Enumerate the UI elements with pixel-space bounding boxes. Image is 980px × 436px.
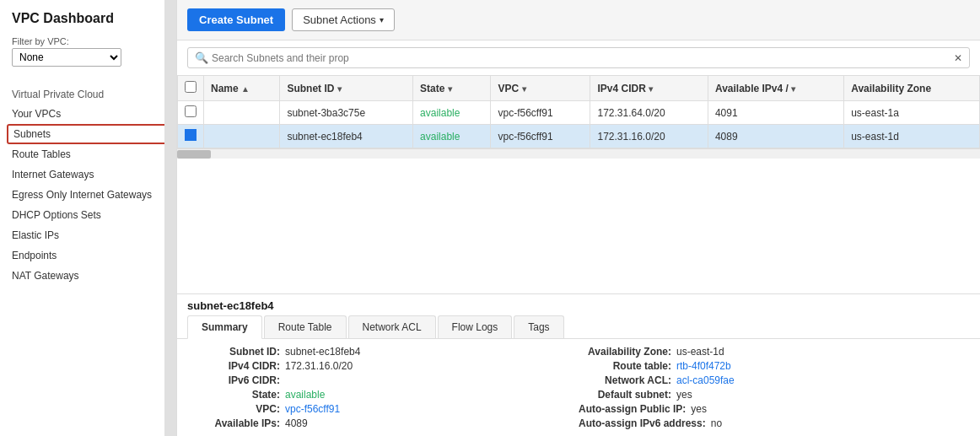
sidebar-item-your-vpcs[interactable]: Your VPCs <box>0 104 176 124</box>
detail-ipv6-cidr-row: IPv6 CIDR: <box>187 374 579 386</box>
detail-left-col: Subnet ID: subnet-ec18feb4 IPv4 CIDR: 17… <box>187 346 579 429</box>
sidebar-item-nat-gateways[interactable]: NAT Gateways <box>0 266 176 286</box>
col-name[interactable]: Name ▲ <box>204 76 280 101</box>
detail-auto-assign-ipv6-row: Auto-assign IPv6 address: no <box>579 417 970 429</box>
row1-state: available <box>413 101 491 125</box>
az-label: Availability Zone: <box>579 346 671 358</box>
detail-ipv4-cidr-row: IPv4 CIDR: 172.31.16.0/20 <box>187 360 579 372</box>
state-value: available <box>285 389 325 401</box>
network-acl-label: Network ACL: <box>579 374 671 386</box>
detail-summary-body: Subnet ID: subnet-ec18feb4 IPv4 CIDR: 17… <box>177 339 980 436</box>
ipv4-cidr-value: 172.31.16.0/20 <box>285 360 353 372</box>
row1-vpc: vpc-f56cff91 <box>491 101 590 125</box>
vpc-label: VPC: <box>187 403 280 415</box>
row2-vpc: vpc-f56cff91 <box>491 125 590 148</box>
select-all-header[interactable] <box>178 76 204 101</box>
sidebar-item-elastic-ips[interactable]: Elastic IPs <box>0 225 176 245</box>
subnet-actions-button[interactable]: Subnet Actions ▾ <box>292 8 395 31</box>
tab-network-acl[interactable]: Network ACL <box>348 315 436 338</box>
auto-assign-ipv6-label: Auto-assign IPv6 address: <box>579 417 706 429</box>
sidebar-item-endpoints[interactable]: Endpoints <box>0 245 176 266</box>
az-value: us-east-1d <box>676 346 724 358</box>
tab-route-table[interactable]: Route Table <box>264 315 347 338</box>
state-label: State: <box>187 389 280 401</box>
sidebar: VPC Dashboard Filter by VPC: None Virtua… <box>0 0 177 436</box>
col-subnet-id[interactable]: Subnet ID ▾ <box>280 76 413 101</box>
sidebar-item-dhcp[interactable]: DHCP Options Sets <box>0 205 176 225</box>
col-available-ipv4[interactable]: Available IPv4 / ▾ <box>708 76 843 101</box>
tab-flow-logs[interactable]: Flow Logs <box>438 315 513 338</box>
col-state[interactable]: State ▾ <box>413 76 491 101</box>
default-subnet-value: yes <box>676 389 692 401</box>
row1-checkbox[interactable] <box>185 105 197 117</box>
detail-vpc-row: VPC: vpc-f56cff91 <box>187 403 579 415</box>
ipv6-cidr-label: IPv6 CIDR: <box>187 374 280 386</box>
ipv4-cidr-sort-icon: ▾ <box>649 84 653 94</box>
scrollbar-thumb[interactable] <box>177 150 211 159</box>
subnet-table-wrapper: Name ▲ Subnet ID ▾ State ▾ VPC ▾ IPv4 CI… <box>177 75 980 293</box>
row1-checkbox-cell[interactable] <box>178 101 204 125</box>
tab-summary[interactable]: Summary <box>187 315 262 339</box>
available-ips-label: Available IPs: <box>187 417 280 429</box>
row2-checkbox-selected[interactable] <box>185 129 197 141</box>
filter-label: Filter by VPC: <box>12 36 164 46</box>
sidebar-item-egress-only[interactable]: Egress Only Internet Gateways <box>0 185 176 205</box>
create-subnet-button[interactable]: Create Subnet <box>187 8 285 31</box>
main-content: Create Subnet Subnet Actions ▾ 🔍 ✕ Name … <box>177 0 980 436</box>
select-all-checkbox[interactable] <box>185 81 197 93</box>
available-ips-value: 4089 <box>285 417 308 429</box>
toolbar: Create Subnet Subnet Actions ▾ <box>177 0 980 40</box>
row1-name <box>204 101 280 125</box>
sidebar-item-subnets[interactable]: Subnets <box>7 124 170 144</box>
name-sort-icon: ▲ <box>241 84 250 94</box>
tab-tags[interactable]: Tags <box>514 315 563 338</box>
detail-az-row: Availability Zone: us-east-1d <box>579 346 970 358</box>
row2-ipv4-cidr: 172.31.16.0/20 <box>590 125 708 148</box>
detail-auto-assign-ip-row: Auto-assign Public IP: yes <box>579 403 970 415</box>
vpc-value[interactable]: vpc-f56cff91 <box>285 403 340 415</box>
auto-assign-ipv6-value: no <box>711 417 722 429</box>
sidebar-section-label: Virtual Private Cloud <box>0 82 176 104</box>
row1-az: us-east-1a <box>844 101 980 125</box>
row2-az: us-east-1d <box>844 125 980 148</box>
detail-subnet-id-row: Subnet ID: subnet-ec18feb4 <box>187 346 579 358</box>
col-vpc[interactable]: VPC ▾ <box>491 76 590 101</box>
search-clear-icon[interactable]: ✕ <box>954 52 962 64</box>
sidebar-scrollbar[interactable] <box>164 0 176 436</box>
horizontal-scrollbar[interactable] <box>177 148 980 159</box>
subnet-actions-label: Subnet Actions <box>303 13 376 26</box>
filter-section: Filter by VPC: None <box>0 33 176 73</box>
detail-default-subnet-row: Default subnet: yes <box>579 389 970 401</box>
avail-ipv4-sort-icon: ▾ <box>791 84 795 94</box>
table-row[interactable]: subnet-ec18feb4 available vpc-f56cff91 1… <box>178 125 980 148</box>
subnet-id-sort-icon: ▾ <box>337 84 342 94</box>
detail-state-row: State: available <box>187 389 579 401</box>
detail-network-acl-row: Network ACL: acl-ca059fae <box>579 374 970 386</box>
col-az[interactable]: Availability Zone <box>844 76 980 101</box>
detail-available-ips-row: Available IPs: 4089 <box>187 417 579 429</box>
vpc-sort-icon: ▾ <box>522 84 526 94</box>
route-table-value[interactable]: rtb-4f0f472b <box>676 360 731 372</box>
network-acl-value[interactable]: acl-ca059fae <box>676 374 735 386</box>
col-ipv4-cidr[interactable]: IPv4 CIDR ▾ <box>590 76 708 101</box>
sidebar-item-internet-gateways[interactable]: Internet Gateways <box>0 164 176 185</box>
detail-right-col: Availability Zone: us-east-1d Route tabl… <box>579 346 970 429</box>
auto-assign-ip-label: Auto-assign Public IP: <box>579 403 686 415</box>
subnet-id-value: subnet-ec18feb4 <box>285 346 360 358</box>
caret-icon: ▾ <box>380 15 384 24</box>
auto-assign-ip-value: yes <box>691 403 707 415</box>
row1-subnet-id: subnet-3ba3c75e <box>280 101 413 125</box>
row2-state: available <box>413 125 491 148</box>
detail-panel: subnet-ec18feb4 Summary Route Table Netw… <box>177 293 980 436</box>
search-input[interactable] <box>212 52 954 64</box>
sidebar-item-route-tables[interactable]: Route Tables <box>0 144 176 164</box>
sidebar-title: VPC Dashboard <box>0 0 176 33</box>
filter-vpc-select[interactable]: None <box>12 48 121 67</box>
row2-checkbox-cell[interactable] <box>178 125 204 148</box>
table-row[interactable]: subnet-3ba3c75e available vpc-f56cff91 1… <box>178 101 980 125</box>
default-subnet-label: Default subnet: <box>579 389 671 401</box>
row1-available-ipv4: 4091 <box>708 101 843 125</box>
row1-ipv4-cidr: 172.31.64.0/20 <box>590 101 708 125</box>
row2-name <box>204 125 280 148</box>
detail-tabs: Summary Route Table Network ACL Flow Log… <box>177 315 980 339</box>
